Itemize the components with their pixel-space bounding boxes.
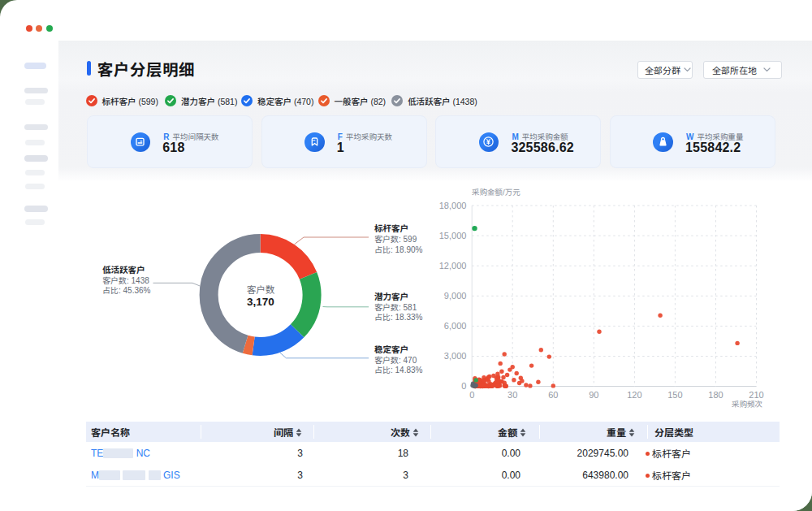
- svg-text:采购频次: 采购频次: [732, 400, 763, 409]
- svg-text:18,000: 18,000: [439, 201, 467, 210]
- svg-text:15,000: 15,000: [439, 231, 467, 240]
- svg-text:180: 180: [708, 390, 723, 400]
- svg-text:9,000: 9,000: [444, 291, 467, 301]
- svg-text:150: 150: [667, 390, 682, 400]
- svg-text:采购金额/万元: 采购金额/万元: [472, 188, 520, 197]
- svg-text:6,000: 6,000: [444, 321, 467, 331]
- svg-text:0: 0: [469, 390, 474, 400]
- svg-text:90: 90: [589, 390, 598, 400]
- svg-text:3,000: 3,000: [444, 351, 467, 361]
- svg-text:12,000: 12,000: [439, 261, 467, 271]
- svg-text:120: 120: [627, 390, 641, 400]
- svg-text:0: 0: [461, 381, 466, 391]
- svg-text:210: 210: [749, 390, 763, 400]
- svg-text:60: 60: [548, 390, 558, 400]
- svg-text:30: 30: [508, 390, 517, 400]
